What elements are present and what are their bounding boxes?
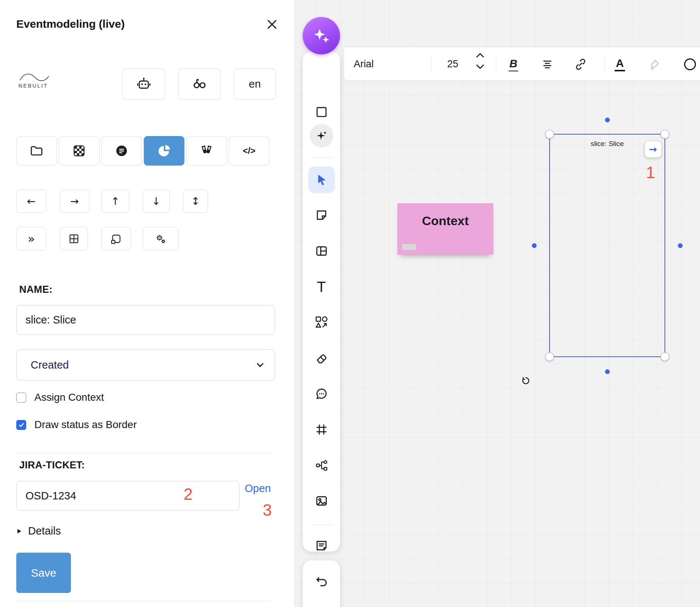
settings-button[interactable] bbox=[143, 227, 179, 250]
gears-icon bbox=[154, 233, 167, 245]
tab-slices[interactable] bbox=[144, 136, 184, 166]
selected-slice-shape[interactable]: slice: Slice → bbox=[549, 134, 665, 357]
connector-anchor-bottom[interactable] bbox=[605, 369, 610, 374]
sticky-note-context[interactable]: Context bbox=[397, 203, 493, 255]
arrow-down-button[interactable]: ↓ bbox=[143, 190, 170, 213]
save-button[interactable]: Save bbox=[16, 553, 71, 593]
eraser-tool-button[interactable] bbox=[315, 352, 328, 365]
status-select[interactable]: Created bbox=[16, 349, 275, 380]
frame-icon bbox=[315, 423, 328, 436]
robot-icon bbox=[136, 77, 152, 92]
font-family-select[interactable]: Arial bbox=[349, 47, 397, 81]
glasses-icon bbox=[191, 76, 208, 92]
notes-tool-button[interactable] bbox=[315, 539, 328, 552]
frame-tool-button[interactable] bbox=[315, 423, 328, 436]
text-color-button[interactable]: A bbox=[609, 47, 631, 81]
tab-list[interactable] bbox=[101, 136, 142, 166]
open-jira-link[interactable]: Open bbox=[245, 482, 271, 495]
tab-board[interactable] bbox=[59, 136, 99, 166]
sparkles-icon bbox=[312, 26, 331, 45]
resize-handle-bottom-left[interactable] bbox=[545, 352, 554, 361]
name-label: NAME: bbox=[19, 284, 52, 295]
tab-lab[interactable] bbox=[186, 136, 227, 166]
shapes-tool-button[interactable] bbox=[315, 315, 329, 329]
select-tool-button[interactable] bbox=[308, 166, 335, 193]
sticky-note-icon bbox=[315, 208, 328, 222]
font-family-value: Arial bbox=[354, 58, 374, 70]
expand-button[interactable]: » bbox=[16, 227, 46, 250]
rounded-rect-corner-icon bbox=[110, 233, 122, 245]
ai-assistant-button[interactable] bbox=[303, 17, 340, 54]
square-icon bbox=[315, 106, 328, 118]
cursor-icon bbox=[315, 173, 328, 186]
resize-handle-top-left[interactable] bbox=[545, 130, 554, 139]
undo-button[interactable] bbox=[315, 574, 328, 588]
close-icon[interactable] bbox=[264, 16, 280, 33]
robot-button[interactable] bbox=[122, 68, 165, 100]
code-icon: </> bbox=[243, 146, 256, 156]
corner-resize-button[interactable] bbox=[101, 227, 131, 250]
font-size-decrease-icon[interactable] bbox=[475, 64, 485, 69]
shape-tool-button[interactable] bbox=[315, 106, 328, 118]
resize-handle-bottom-right[interactable] bbox=[660, 352, 669, 361]
tab-code[interactable]: </> bbox=[229, 136, 269, 166]
link-button[interactable] bbox=[570, 47, 592, 81]
status-value: Created bbox=[31, 359, 255, 371]
tool-divider bbox=[310, 525, 333, 525]
connector-tool-button[interactable] bbox=[315, 459, 328, 472]
arrow-right-button[interactable]: → bbox=[60, 190, 89, 213]
assign-context-checkbox[interactable] bbox=[16, 393, 26, 403]
comment-tool-button[interactable] bbox=[315, 387, 328, 400]
bold-button[interactable]: B bbox=[502, 47, 524, 81]
link-icon bbox=[574, 58, 587, 71]
draw-status-checkbox-row[interactable]: Draw status as Border bbox=[16, 419, 137, 431]
comment-icon bbox=[315, 387, 328, 400]
text-align-button[interactable] bbox=[536, 47, 558, 81]
text-color-icon: A bbox=[615, 57, 625, 71]
open-slice-arrow-button[interactable]: → bbox=[645, 141, 661, 157]
arrow-up-button[interactable]: ↑ bbox=[101, 190, 129, 213]
grid-button[interactable] bbox=[60, 227, 88, 250]
tab-files[interactable] bbox=[16, 136, 57, 166]
toolbar-separator bbox=[431, 55, 432, 74]
details-toggle[interactable]: Details bbox=[16, 525, 61, 537]
test-tubes-icon bbox=[199, 143, 214, 158]
shapes-icon bbox=[315, 315, 329, 329]
connector-anchor-top[interactable] bbox=[605, 118, 610, 122]
stroke-color-button[interactable] bbox=[679, 47, 700, 81]
connector-anchor-right[interactable] bbox=[678, 243, 683, 248]
font-size-increase-icon[interactable] bbox=[475, 52, 485, 58]
image-tool-button[interactable] bbox=[315, 494, 328, 508]
arrow-right-icon: → bbox=[649, 144, 657, 155]
arrow-left-button[interactable]: ← bbox=[16, 190, 46, 213]
highlighter-button[interactable] bbox=[643, 47, 666, 81]
resize-handle-top-right[interactable] bbox=[660, 130, 669, 139]
triangle-right-icon bbox=[16, 528, 22, 535]
annotation-3: 3 bbox=[263, 501, 272, 519]
arrow-updown-button[interactable]: ↕ bbox=[183, 190, 208, 213]
ai-create-button[interactable] bbox=[310, 124, 333, 147]
assign-context-checkbox-row[interactable]: Assign Context bbox=[16, 391, 104, 403]
details-label: Details bbox=[28, 525, 61, 537]
divider bbox=[16, 453, 270, 453]
list-circle-icon bbox=[115, 144, 129, 158]
language-button[interactable]: en bbox=[234, 68, 276, 100]
arrow-left-icon: ← bbox=[27, 196, 35, 207]
sticky-note-tool-button[interactable] bbox=[315, 208, 328, 222]
name-input[interactable] bbox=[16, 305, 275, 335]
tool-divider bbox=[310, 157, 333, 157]
whiteboard-canvas[interactable]: Arial 25 B bbox=[295, 0, 700, 607]
document-icon bbox=[315, 539, 328, 552]
rotate-handle[interactable] bbox=[521, 376, 531, 386]
arrow-up-icon: ↑ bbox=[111, 196, 119, 207]
templates-tool-button[interactable] bbox=[315, 244, 328, 258]
tool-palette: T bbox=[303, 51, 340, 552]
double-chevron-right-icon: » bbox=[28, 233, 35, 245]
jira-ticket-input[interactable] bbox=[16, 481, 239, 511]
undo-icon bbox=[315, 574, 328, 588]
connector-anchor-left[interactable] bbox=[532, 243, 537, 248]
draw-status-checkbox[interactable] bbox=[16, 420, 26, 430]
eraser-icon bbox=[315, 352, 328, 365]
glasses-button[interactable] bbox=[178, 68, 221, 100]
text-tool-button[interactable]: T bbox=[317, 279, 326, 295]
